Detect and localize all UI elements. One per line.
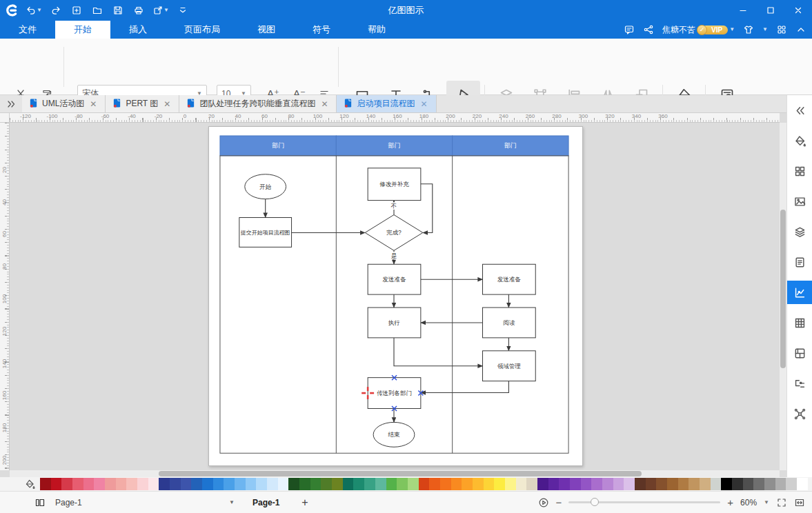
color-swatch[interactable] bbox=[451, 478, 462, 490]
color-swatch[interactable] bbox=[170, 478, 181, 490]
chart-panel-button[interactable] bbox=[787, 281, 812, 304]
tab-close-icon[interactable]: ✕ bbox=[162, 99, 172, 109]
color-swatch[interactable] bbox=[299, 478, 310, 490]
color-swatch[interactable] bbox=[711, 478, 722, 490]
customize-toolbar-button[interactable] bbox=[174, 2, 192, 19]
color-swatch[interactable] bbox=[526, 478, 537, 490]
page-selector[interactable]: Page-1▼ bbox=[55, 498, 235, 507]
zoom-slider[interactable] bbox=[568, 501, 720, 503]
color-swatch[interactable] bbox=[537, 478, 548, 490]
fit-width-button[interactable] bbox=[794, 497, 805, 508]
menu-item-帮助[interactable]: 帮助 bbox=[349, 21, 404, 39]
feedback-icon[interactable] bbox=[624, 24, 635, 35]
color-swatch[interactable] bbox=[797, 478, 808, 490]
zoom-in-button[interactable]: + bbox=[727, 496, 733, 508]
vertical-scrollbar[interactable] bbox=[780, 123, 786, 470]
color-swatch[interactable] bbox=[148, 478, 159, 490]
account-area[interactable]: 焦糖不苦 ✓ VIP ▼ bbox=[662, 24, 735, 36]
color-swatch[interactable] bbox=[94, 478, 105, 490]
tab-close-icon[interactable]: ✕ bbox=[419, 99, 428, 109]
color-swatch[interactable] bbox=[484, 478, 495, 490]
table-panel-button[interactable] bbox=[787, 311, 812, 334]
menu-item-文件[interactable]: 文件 bbox=[0, 21, 55, 39]
collapse-ribbon-icon[interactable] bbox=[795, 24, 806, 35]
symbol-library-panel-button[interactable] bbox=[787, 159, 812, 183]
outline-panel-button[interactable] bbox=[787, 372, 812, 395]
horizontal-scrollbar[interactable] bbox=[10, 470, 780, 477]
component-panel-button[interactable] bbox=[787, 341, 812, 365]
image-panel-button[interactable] bbox=[787, 190, 812, 213]
page-view-icon[interactable] bbox=[34, 497, 46, 508]
vertical-scrollbar-thumb[interactable] bbox=[780, 210, 786, 368]
color-swatch[interactable] bbox=[288, 478, 299, 490]
color-swatch[interactable] bbox=[613, 478, 624, 490]
color-swatch[interactable] bbox=[246, 478, 257, 490]
color-swatch[interactable] bbox=[278, 478, 289, 490]
maximize-button[interactable] bbox=[757, 0, 784, 21]
document-tab[interactable]: 启动项目流程图✕ bbox=[337, 95, 436, 112]
tab-close-icon[interactable]: ✕ bbox=[319, 99, 329, 109]
color-swatch[interactable] bbox=[700, 478, 711, 490]
share-icon[interactable] bbox=[643, 24, 654, 35]
menu-item-视图[interactable]: 视图 bbox=[239, 21, 294, 39]
color-swatch[interactable] bbox=[72, 478, 83, 490]
color-swatch[interactable] bbox=[51, 478, 62, 490]
color-swatch[interactable] bbox=[419, 478, 430, 490]
zoom-level[interactable]: 60% bbox=[740, 498, 757, 507]
color-swatch[interactable] bbox=[581, 478, 592, 490]
tab-close-icon[interactable]: ✕ bbox=[88, 99, 98, 109]
color-swatch[interactable] bbox=[61, 478, 72, 490]
color-swatch[interactable] bbox=[591, 478, 602, 490]
color-swatch[interactable] bbox=[181, 478, 192, 490]
color-swatch[interactable] bbox=[83, 478, 95, 490]
document-tab[interactable]: UML活动图✕ bbox=[22, 95, 106, 112]
color-swatch[interactable] bbox=[397, 478, 408, 490]
color-swatch[interactable] bbox=[656, 478, 667, 490]
drawing-page[interactable]: 部门部门部门不是开始提交开始项目流程图修改并补充完成?发送准备执行发送准备阅读领… bbox=[208, 126, 583, 466]
menu-item-页面布局[interactable]: 页面布局 bbox=[166, 21, 239, 39]
save-button[interactable] bbox=[109, 2, 127, 19]
color-swatch[interactable] bbox=[516, 478, 527, 490]
color-swatch[interactable] bbox=[646, 478, 657, 490]
color-swatch[interactable] bbox=[764, 478, 775, 490]
color-swatch[interactable] bbox=[235, 478, 246, 490]
color-swatch[interactable] bbox=[364, 478, 375, 490]
apps-grid-icon[interactable] bbox=[776, 24, 787, 35]
color-swatch[interactable] bbox=[786, 478, 797, 490]
color-swatch[interactable] bbox=[321, 478, 332, 490]
menu-item-符号[interactable]: 符号 bbox=[294, 21, 349, 39]
color-swatch[interactable] bbox=[408, 478, 419, 490]
color-swatch[interactable] bbox=[332, 478, 343, 490]
color-swatch[interactable] bbox=[126, 478, 137, 490]
undo-button[interactable]: ▼ bbox=[23, 2, 44, 19]
color-swatch[interactable] bbox=[494, 478, 505, 490]
color-swatch[interactable] bbox=[224, 478, 235, 490]
color-swatch[interactable] bbox=[105, 478, 116, 490]
color-swatch[interactable] bbox=[678, 478, 689, 490]
color-swatch[interactable] bbox=[559, 478, 570, 490]
color-swatch[interactable] bbox=[721, 478, 732, 490]
export-button[interactable]: ▼ bbox=[150, 2, 171, 19]
collapse-panel-button[interactable] bbox=[787, 99, 812, 122]
close-button[interactable] bbox=[784, 0, 812, 21]
color-swatch[interactable] bbox=[256, 478, 267, 490]
color-swatch[interactable] bbox=[343, 478, 354, 490]
color-swatch[interactable] bbox=[202, 478, 213, 490]
color-swatch[interactable] bbox=[753, 478, 764, 490]
color-swatch[interactable] bbox=[310, 478, 321, 490]
fill-bucket-icon[interactable] bbox=[19, 479, 40, 490]
canvas-workspace[interactable]: -120-100-80-60-40-2002040608010012014016… bbox=[0, 113, 786, 477]
color-swatch[interactable] bbox=[732, 478, 743, 490]
color-swatch[interactable] bbox=[159, 478, 170, 490]
notes-panel-button[interactable] bbox=[787, 250, 812, 274]
color-swatch[interactable] bbox=[213, 478, 224, 490]
color-swatch[interactable] bbox=[116, 478, 127, 490]
add-page-button[interactable]: + bbox=[297, 496, 312, 509]
redo-button[interactable] bbox=[47, 2, 65, 19]
color-swatch[interactable] bbox=[635, 478, 646, 490]
color-swatch[interactable] bbox=[689, 478, 700, 490]
color-swatch[interactable] bbox=[570, 478, 581, 490]
color-swatch[interactable] bbox=[267, 478, 278, 490]
document-tab[interactable]: 团队处理任务跨职能垂直流程图✕ bbox=[179, 95, 337, 112]
horizontal-scrollbar-thumb[interactable] bbox=[159, 471, 642, 476]
